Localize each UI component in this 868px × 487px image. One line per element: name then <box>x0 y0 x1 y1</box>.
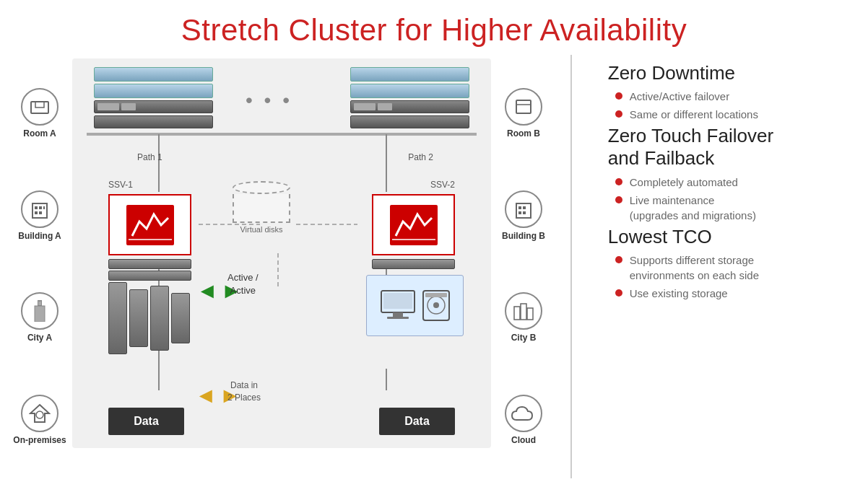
location-building-a: Building A <box>18 190 61 241</box>
room-b-icon <box>505 88 542 126</box>
bullet-text-1: Active/Active failover <box>630 89 729 104</box>
svg-rect-39 <box>518 206 521 209</box>
left-server-stack <box>94 67 213 128</box>
location-city-a: City A <box>21 292 58 343</box>
storage-group <box>366 275 464 336</box>
svg-rect-38 <box>516 203 531 218</box>
on-premises-icon <box>21 395 58 432</box>
page-title: Stretch Cluster for Higher Availability <box>0 0 868 55</box>
vert-server-stack <box>108 282 190 354</box>
svg-rect-7 <box>39 211 42 214</box>
building-a-label: Building A <box>18 231 61 241</box>
ssv1-label: SSV-1 <box>108 180 133 190</box>
bullet-text-4: Live maintenance(upgrades and migrations… <box>630 193 756 223</box>
lowest-tco-title: Lowest TCO <box>608 226 846 248</box>
svg-rect-4 <box>39 206 42 209</box>
section-zero-downtime: Zero Downtime Active/Active failover Sam… <box>608 62 846 125</box>
bullet-text-5: Supports different storageenvironments o… <box>630 253 759 283</box>
right-content: Zero Downtime Active/Active failover Sam… <box>586 55 861 478</box>
section-zero-touch: Zero Touch Failoverand Failback Complete… <box>608 125 846 225</box>
room-a-label: Room A <box>23 128 56 139</box>
svg-rect-35 <box>425 293 447 297</box>
svg-rect-5 <box>43 206 45 209</box>
svg-rect-30 <box>387 317 409 319</box>
server-under-ssv2 <box>372 259 455 269</box>
building-b-icon <box>505 190 542 228</box>
virtual-disks: Virtual disks <box>233 181 290 234</box>
svg-rect-9 <box>35 306 45 322</box>
ssv2-box <box>372 194 455 255</box>
data-places-label: Data in2 Places <box>227 379 261 404</box>
bullet-existing-storage: Use existing storage <box>608 286 846 301</box>
right-server-stack <box>350 67 469 128</box>
svg-rect-3 <box>35 206 38 209</box>
data-box-right: Data <box>379 408 455 435</box>
svg-rect-29 <box>393 312 403 317</box>
location-room-b: Room B <box>505 88 542 139</box>
svg-marker-12 <box>30 405 49 422</box>
svg-rect-40 <box>523 206 526 209</box>
cloud-label: Cloud <box>511 435 536 445</box>
bullet-text-3: Completely automated <box>630 175 738 190</box>
svg-rect-42 <box>523 211 526 214</box>
vertical-divider <box>570 55 572 478</box>
location-room-a: Room A <box>21 88 58 139</box>
bullet-storage: Supports different storageenvironments o… <box>608 253 846 283</box>
svg-rect-36 <box>516 100 531 113</box>
svg-point-13 <box>36 411 43 418</box>
building-a-icon <box>21 190 58 228</box>
cluster-diagram: • • • Path 1 Path 2 <box>72 58 491 448</box>
zero-touch-title: Zero Touch Failoverand Failback <box>608 125 846 170</box>
svg-rect-43 <box>514 307 520 320</box>
building-b-label: Building B <box>502 231 545 241</box>
bullet-dot-5 <box>615 256 622 263</box>
server-under-ssv1 <box>108 259 191 281</box>
room-b-label: Room B <box>507 128 540 139</box>
bullet-active-failover: Active/Active failover <box>608 89 846 104</box>
bullet-dot-4 <box>615 196 622 203</box>
data-box-left: Data <box>108 408 184 435</box>
city-b-icon <box>505 292 542 330</box>
path1-label: Path 1 <box>137 152 162 162</box>
active-label: Active /Active <box>227 271 259 297</box>
room-a-icon <box>21 88 58 126</box>
ssv2-label: SSV-2 <box>430 180 455 190</box>
server-dots: • • • <box>246 89 292 112</box>
location-on-premises: On-premises <box>13 395 66 445</box>
bullet-text-2: Same or different locations <box>630 107 758 122</box>
svg-rect-2 <box>32 203 47 218</box>
zero-downtime-title: Zero Downtime <box>608 62 846 84</box>
path2-label: Path 2 <box>408 152 433 162</box>
bullet-dot-3 <box>615 178 622 185</box>
svg-rect-31 <box>383 293 412 309</box>
bullet-text-6: Use existing storage <box>630 286 728 301</box>
ssv1-box <box>108 194 191 255</box>
city-a-icon <box>21 292 58 330</box>
location-building-b: Building B <box>502 190 545 241</box>
svg-rect-1 <box>35 102 44 108</box>
location-cloud: Cloud <box>505 395 542 445</box>
svg-rect-41 <box>518 211 521 214</box>
on-premises-label: On-premises <box>13 435 66 445</box>
right-icon-column: Room B Building B <box>491 55 556 478</box>
location-city-b: City B <box>505 292 542 343</box>
cloud-icon <box>505 395 542 432</box>
svg-rect-45 <box>527 308 533 320</box>
bullet-dot-1 <box>615 92 622 100</box>
bullet-dot-2 <box>615 110 622 118</box>
bullet-same-locations: Same or different locations <box>608 107 846 122</box>
section-lowest-tco: Lowest TCO Supports different storageenv… <box>608 226 846 304</box>
city-b-label: City B <box>511 333 537 343</box>
diagram-area: Room A Building A <box>7 55 556 478</box>
svg-rect-44 <box>521 304 526 320</box>
svg-rect-6 <box>35 211 38 214</box>
city-a-label: City A <box>27 333 52 343</box>
bullet-automated: Completely automated <box>608 175 846 190</box>
svg-point-34 <box>433 302 439 308</box>
left-icon-column: Room A Building A <box>7 55 72 478</box>
bullet-dot-6 <box>615 289 622 297</box>
bullet-live-maintenance: Live maintenance(upgrades and migrations… <box>608 193 846 223</box>
